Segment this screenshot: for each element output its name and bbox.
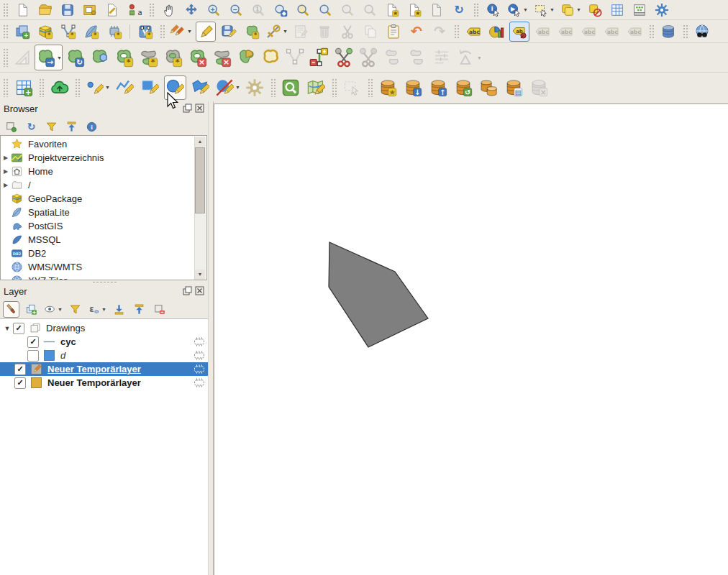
move-feature-dropdown-icon[interactable]: ▼ [57, 55, 62, 60]
memory-layer-indicator-icon[interactable] [193, 351, 206, 360]
manage-map-themes[interactable]: ▼ [43, 301, 63, 318]
reshape-features[interactable] [235, 45, 258, 70]
pan-map[interactable] [160, 1, 178, 19]
layer-close-icon[interactable] [195, 286, 204, 295]
add-ring[interactable]: * [112, 45, 136, 70]
add-point-feature-dropdown-icon[interactable]: ▼ [105, 85, 110, 90]
map-annotation[interactable] [305, 75, 327, 100]
zoom-in[interactable]: + [204, 1, 222, 19]
split-features[interactable] [332, 45, 356, 70]
expand-icon[interactable]: ▶ [1, 182, 11, 188]
metasearch[interactable] [692, 22, 712, 42]
browser-close-icon[interactable] [195, 104, 204, 113]
current-edits[interactable]: ▼ [169, 22, 193, 42]
layer-visibility-checkbox[interactable]: ✓ [14, 377, 26, 389]
geopackage-import[interactable]: ↓ [402, 75, 424, 100]
new-shapefile-layer[interactable]: * [58, 22, 78, 42]
browser-scrollbar[interactable]: ▲ ▼ [194, 137, 206, 280]
open-layer-styling-panel[interactable] [3, 301, 19, 318]
manage-map-themes-dropdown-icon[interactable]: ▼ [58, 307, 63, 312]
browser-item-home[interactable]: ▶Home [1, 165, 206, 178]
open-data-source-manager[interactable]: + [12, 22, 32, 42]
layer-item-2[interactable]: d [0, 349, 208, 362]
add-polygon-feature[interactable]: * [242, 22, 262, 42]
offset-curve[interactable] [259, 45, 283, 70]
browser-float-icon[interactable] [183, 104, 192, 113]
show-layout-manager[interactable] [103, 1, 121, 19]
layer-labeling-options[interactable]: abc [463, 22, 483, 42]
collapse-all-layers[interactable] [131, 301, 147, 318]
select-features-by-value[interactable]: ▼ [560, 1, 582, 19]
collapse-icon[interactable]: ▼ [1, 325, 13, 332]
geopackage-new[interactable]: ★ [377, 75, 399, 100]
map-canvas[interactable] [214, 104, 728, 575]
add-curve-feature-dropdown-icon[interactable]: ▼ [235, 85, 240, 90]
save-project[interactable] [58, 1, 76, 19]
pan-to-selection[interactable] [182, 1, 200, 19]
zoom-to-layer[interactable] [316, 1, 334, 19]
scrollbar-thumb[interactable] [195, 147, 205, 213]
filter-legend-by-expression[interactable]: ε▼ [87, 301, 107, 318]
zoom-out[interactable]: − [227, 1, 245, 19]
run-feature-action-dropdown-icon[interactable]: ▼ [523, 7, 528, 12]
geopackage-export[interactable]: ↑ [427, 75, 450, 100]
browser-item-xyz-tiles[interactable]: XYZ Tiles [1, 274, 206, 280]
add-ellipse-feature[interactable] [164, 75, 186, 100]
add-curve-feature[interactable]: ▼ [214, 75, 241, 100]
memory-layer-indicator-icon[interactable] [193, 378, 206, 387]
browser-item-spatialite[interactable]: SpatiaLite [1, 206, 206, 219]
browser-item-wms-wmts[interactable]: WMS/WMTS [1, 260, 206, 274]
new-spatial-bookmark[interactable]: ★ [383, 1, 401, 19]
paste-features[interactable] [383, 22, 404, 42]
geopackage-sync[interactable]: ↺ [452, 75, 475, 100]
add-polygon-shape-feature[interactable] [189, 75, 211, 100]
rotate-point-symbols-dropdown-icon[interactable]: ▼ [477, 55, 482, 60]
rotate-feature[interactable]: ↻ [63, 45, 87, 70]
zoom-full[interactable]: ◆ [271, 1, 289, 19]
save-layer-edits[interactable] [219, 22, 239, 42]
new-spatialite-layer[interactable]: * [81, 22, 101, 42]
open-attribute-table[interactable] [609, 1, 627, 19]
layer-item-0[interactable]: ▼✓Drawings [0, 321, 208, 335]
zoom-to-selection[interactable] [294, 1, 311, 19]
cloud-sync[interactable] [48, 75, 70, 100]
simplify-feature[interactable] [88, 45, 112, 70]
filter-legend-by-expression-dropdown-icon[interactable]: ▼ [101, 307, 106, 312]
new-print-layout[interactable] [81, 1, 99, 19]
layer-symbol-line[interactable] [43, 336, 55, 348]
fill-ring[interactable]: * [161, 45, 185, 70]
new-geopackage-layer[interactable]: * [35, 22, 55, 42]
filter-legend[interactable] [67, 301, 83, 318]
toggle-editing[interactable] [196, 22, 216, 42]
move-feature[interactable]: →▼ [35, 45, 63, 70]
show-bookmark-manager[interactable] [427, 1, 445, 19]
delete-ring[interactable]: × [186, 45, 209, 70]
memory-layer-indicator-icon[interactable] [193, 364, 206, 374]
new-virtual-layer[interactable]: * [135, 22, 155, 42]
scroll-down-icon[interactable]: ▼ [195, 270, 205, 280]
add-selected-layers[interactable] [3, 119, 19, 135]
refresh-map[interactable]: ↻ [450, 1, 468, 19]
layer-item-4[interactable]: ✓Neuer Temporärlayer [0, 376, 208, 390]
new-project[interactable] [14, 1, 32, 19]
show-spatial-bookmarks[interactable]: ★ [405, 1, 423, 19]
select-features[interactable]: ▼ [533, 1, 555, 19]
layer-float-icon[interactable] [183, 286, 192, 295]
dock-splitter[interactable] [208, 101, 214, 575]
run-feature-action[interactable]: ▶▼ [506, 1, 529, 19]
delete-part[interactable]: × [210, 45, 234, 70]
select-features-by-value-dropdown-icon[interactable]: ▼ [576, 7, 581, 12]
browser-item-mssql[interactable]: MSSQL [1, 233, 206, 247]
add-group[interactable] [23, 301, 40, 318]
digitizing-settings[interactable] [244, 75, 266, 100]
deselect-features[interactable] [586, 1, 604, 19]
remove-layer-group[interactable] [151, 301, 168, 318]
vertex-tool-current-layer[interactable] [308, 45, 332, 70]
expand-icon[interactable]: ▶ [1, 168, 11, 175]
select-features-dropdown-icon[interactable]: ▼ [550, 7, 555, 12]
scroll-up-icon[interactable]: ▲ [195, 137, 205, 147]
browser-item-projektverzeichnis[interactable]: ▶Projektverzeichnis [1, 151, 206, 165]
db-manager[interactable] [658, 22, 678, 42]
filter-browser[interactable] [43, 119, 60, 135]
vertex-tool-dropdown-icon[interactable]: ▼ [283, 29, 288, 34]
